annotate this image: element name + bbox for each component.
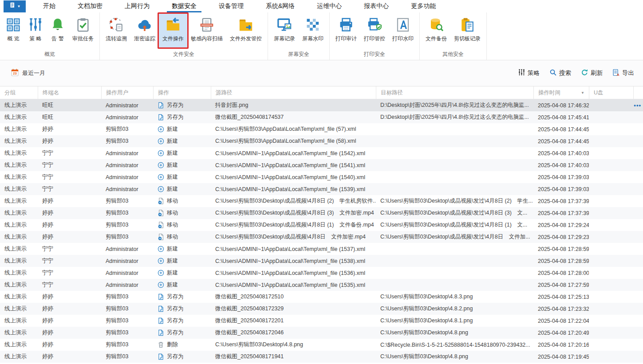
- refresh-button[interactable]: 刷新: [581, 69, 603, 78]
- table-row[interactable]: 线上演示旺旺Administrator另存为微信截图_2025040817453…: [0, 111, 643, 123]
- newdoc-icon: [158, 270, 164, 276]
- column-header[interactable]: 终端名: [38, 86, 101, 99]
- table-row[interactable]: 线上演示宁宁Administrator新建C:\Users\ADMINI~1\A…: [0, 147, 643, 159]
- table-row[interactable]: 线上演示婷婷剪辑部03新建C:\Users\剪辑部03\AppData\Loca…: [0, 123, 643, 135]
- column-header[interactable]: 分组: [0, 86, 38, 99]
- ribbon: 概 览策 略告 警审批任务概览流转追溯泄密追踪文件操作敏感内容扫描文件外发管控文…: [0, 12, 643, 60]
- policy-button[interactable]: 策略: [518, 69, 540, 78]
- ribbon-button-label: 策 略: [29, 35, 41, 43]
- menu-tab-doc-encryption[interactable]: 文档加密: [67, 0, 114, 12]
- ribbon-button-clipboard[interactable]: 剪切板记录: [450, 13, 484, 49]
- menu-tab-system-network[interactable]: 系统&网络: [255, 0, 306, 12]
- cell-user: 剪辑部03: [101, 353, 153, 360]
- table-row[interactable]: 线上演示婷婷剪辑部03移动C:\Users\剪辑部03\Desktop\成品视频…: [0, 231, 643, 243]
- column-header[interactable]: 操作时间▼: [533, 86, 589, 99]
- ribbon-button-label: 屏幕水印: [302, 35, 323, 43]
- ribbon-button-label: 敏感内容扫描: [191, 35, 223, 43]
- table-row[interactable]: 线上演示宁宁Administrator新建C:\Users\ADMINI~1\A…: [0, 171, 643, 183]
- menu-tab-report-center[interactable]: 报表中心: [353, 0, 400, 12]
- cell-group: 线上演示: [0, 125, 38, 133]
- ribbon-button-fileops[interactable]: 文件操作: [159, 13, 187, 49]
- ribbon-button-label: 打印管控: [364, 35, 385, 43]
- ribbon-button-printwm[interactable]: 打印水印: [389, 13, 417, 49]
- app-menu-button[interactable]: ▼: [4, 0, 26, 12]
- column-header[interactable]: 目标路径: [376, 86, 533, 99]
- operation-label: 另存为: [167, 329, 184, 337]
- cell-source-path: C:\Users\ADMINI~1\AppData\Local\Temp\xml…: [211, 246, 376, 252]
- menu-tab-more-features[interactable]: 更多功能: [400, 0, 447, 12]
- table-row[interactable]: 线上演示宁宁Administrator新建C:\Users\ADMINI~1\A…: [0, 159, 643, 171]
- menu-tab-web-behavior[interactable]: 上网行为: [114, 0, 161, 12]
- chevron-down-icon: ▼: [17, 5, 21, 8]
- export-button[interactable]: A导出: [612, 69, 634, 78]
- ribbon-button-printaudit[interactable]: 打印审计: [332, 13, 360, 49]
- ribbon-button-scan[interactable]: 敏感内容扫描: [187, 13, 226, 49]
- cell-user: 剪辑部03: [101, 317, 153, 325]
- cell-target-path: C:\Users\剪辑部03\Desktop\成品视频\发过\4月8日 (3) …: [376, 209, 533, 217]
- cell-terminal: 宁宁: [38, 161, 101, 169]
- cell-group: 线上演示: [0, 317, 38, 325]
- table-row[interactable]: 线上演示婷婷剪辑部03另存为微信截图_20250408172329C:\User…: [0, 303, 643, 315]
- ribbon-button-outgoing[interactable]: 文件外发管控: [226, 13, 265, 49]
- cell-operation: 新建: [153, 149, 211, 157]
- column-header[interactable]: 源路径: [211, 86, 376, 99]
- menu-tab-device-mgmt[interactable]: 设备管理: [208, 0, 255, 12]
- ribbon-button-screenrec[interactable]: 屏幕记录: [270, 13, 299, 49]
- ribbon-button-alert[interactable]: 告 警: [47, 13, 69, 49]
- cell-group: 线上演示: [0, 161, 38, 169]
- ribbon-button-trace[interactable]: 流转追溯: [102, 13, 130, 49]
- ribbon-button-label: 文件操作: [162, 35, 184, 43]
- cell-source-path: C:\Users\ADMINI~1\AppData\Local\Temp\xml…: [211, 186, 376, 192]
- column-header[interactable]: U盘: [589, 86, 633, 99]
- table-row[interactable]: 线上演示旺旺Administrator另存为抖音封面.pngD:\Desktop…: [0, 99, 643, 111]
- table-row[interactable]: 线上演示婷婷剪辑部03另存为微信截图_20250408172510C:\User…: [0, 291, 643, 303]
- ribbon-button-label: 泄密追踪: [134, 35, 155, 43]
- ribbon-button-label: 剪切板记录: [454, 35, 481, 43]
- ribbon-button-policy[interactable]: 策 略: [24, 13, 47, 49]
- newdoc-icon: [158, 258, 164, 264]
- table-row[interactable]: 线上演示婷婷剪辑部03新建C:\Users\剪辑部03\AppData\Loca…: [0, 135, 643, 147]
- outgoing-icon: [238, 17, 253, 33]
- table-row[interactable]: 线上演示婷婷剪辑部03移动C:\Users\剪辑部03\Desktop\成品视频…: [0, 207, 643, 219]
- table-row[interactable]: 线上演示宁宁Administrator新建C:\Users\ADMINI~1\A…: [0, 243, 643, 255]
- cell-terminal: 婷婷: [38, 341, 101, 348]
- row-actions-menu[interactable]: •••: [634, 102, 641, 109]
- table-row[interactable]: 线上演示婷婷剪辑部03另存为微信截图_20250408172201C:\User…: [0, 315, 643, 327]
- ribbon-button-label: 流转追溯: [106, 35, 127, 43]
- table-row[interactable]: 线上演示婷婷剪辑部03移动C:\Users\剪辑部03\Desktop\成品视频…: [0, 195, 643, 207]
- sort-desc-icon[interactable]: ▼: [581, 91, 584, 95]
- calendar-icon: 23: [11, 68, 19, 78]
- ribbon-button-backup[interactable]: 文件备份: [422, 13, 450, 49]
- table-row[interactable]: 线上演示宁宁Administrator新建C:\Users\ADMINI~1\A…: [0, 255, 643, 267]
- ribbon-button-leak[interactable]: 泄密追踪: [130, 13, 159, 49]
- column-header[interactable]: 操作: [153, 86, 211, 99]
- table-row[interactable]: 线上演示婷婷剪辑部03移动C:\Users\剪辑部03\Desktop\成品视频…: [0, 219, 643, 231]
- cell-terminal: 婷婷: [38, 221, 101, 229]
- cell-extra: •••: [633, 102, 643, 109]
- table-row[interactable]: 线上演示宁宁Administrator新建C:\Users\ADMINI~1\A…: [0, 279, 643, 291]
- ribbon-button-screenwm[interactable]: 屏幕水印: [299, 13, 327, 49]
- cell-terminal: 婷婷: [38, 197, 101, 205]
- cell-terminal: 婷婷: [38, 317, 101, 325]
- ribbon-button-printctrl[interactable]: 打印管控: [360, 13, 389, 49]
- date-range-filter[interactable]: 23 最近一月: [11, 68, 45, 78]
- cell-user: Administrator: [101, 102, 153, 109]
- ribbon-button-overview[interactable]: 概 览: [2, 13, 24, 49]
- menu-tabs: 开始文档加密上网行为数据安全设备管理系统&网络运维中心报表中心更多功能: [32, 0, 447, 12]
- column-header[interactable]: 操作用户: [101, 86, 153, 99]
- cell-group: 线上演示: [0, 137, 38, 145]
- table-row[interactable]: 线上演示婷婷剪辑部03另存为微信截图_20250408172046C:\User…: [0, 327, 643, 339]
- table-row[interactable]: 线上演示婷婷剪辑部03另存为微信截图_20250408171941C:\User…: [0, 351, 643, 363]
- cell-source-path: C:\Users\剪辑部03\Desktop\成品视频\4月8日 文件加密.mp…: [211, 233, 376, 241]
- move-icon: [158, 210, 164, 216]
- menu-tab-ops-center[interactable]: 运维中心: [306, 0, 353, 12]
- menu-tab-data-security[interactable]: 数据安全: [161, 0, 208, 12]
- table-row[interactable]: 线上演示婷婷剪辑部03删除C:\Users\剪辑部03\Desktop\4.8.…: [0, 339, 643, 351]
- table-row[interactable]: 线上演示宁宁Administrator新建C:\Users\ADMINI~1\A…: [0, 267, 643, 279]
- search-button[interactable]: 搜索: [549, 69, 571, 78]
- table-row[interactable]: 线上演示宁宁Administrator新建C:\Users\ADMINI~1\A…: [0, 183, 643, 195]
- cell-operation: 新建: [153, 137, 211, 145]
- menu-tab-home[interactable]: 开始: [32, 0, 67, 12]
- ribbon-button-approval[interactable]: 审批任务: [69, 13, 97, 49]
- cell-user: 剪辑部03: [101, 221, 153, 229]
